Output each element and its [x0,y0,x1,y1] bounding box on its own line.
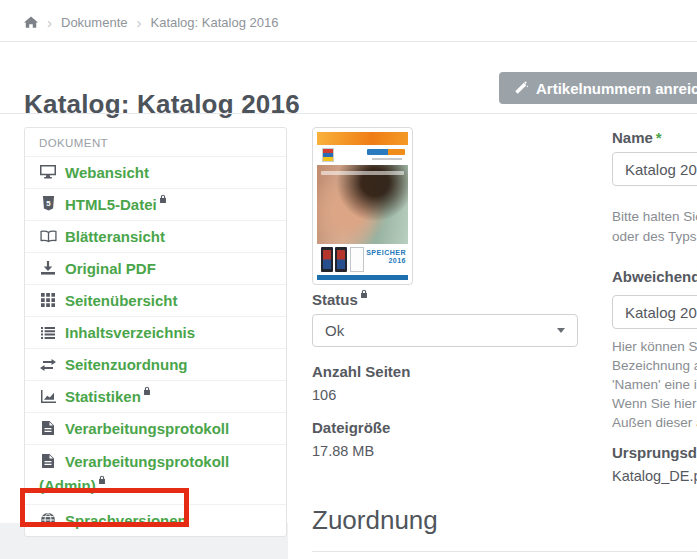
cover-title: SPEICHER 2016 [366,249,406,265]
zuordnung-section-title: Zuordnung [312,505,438,536]
sidebar-item-original-pdf[interactable]: Original PDF [25,252,286,284]
catalog-cover-image: SPEICHER 2016 [317,132,408,280]
sidebar-item-label: HTML5-Datei [65,196,157,213]
pages-count-label: Anzahl Seiten [312,363,410,380]
product-box [335,247,347,272]
sidebar-item-blaetteransicht[interactable]: Blätteransicht [25,220,286,252]
breadcrumb-separator: › [136,16,141,29]
sidebar-item-inhaltsverzeichnis[interactable]: Inhaltsverzeichnis [25,316,286,348]
status-select[interactable]: Ok [312,314,578,347]
document-thumbnail[interactable]: SPEICHER 2016 [312,127,413,285]
breadcrumb-current: Katalog: Katalog 2016 [150,15,278,30]
cover-orange-bar [317,132,408,145]
breadcrumb-separator: › [47,16,52,29]
sidebar-item-label: Verarbeitungsprotokoll [65,420,229,437]
sidebar-item-label: Original PDF [65,260,156,277]
sidebar-item-label: Blätteransicht [65,228,165,245]
sidebar-item-label: Seitenübersicht [65,292,178,309]
html5-icon: 5 [39,196,57,211]
sidebar-header: DOKUMENT [25,128,286,156]
filesize-value: 17.88 MB [312,443,374,459]
cover-banner-subline [372,158,402,160]
grid-icon [39,293,57,307]
book-open-icon [39,230,57,243]
file-text-icon [39,454,57,468]
area-chart-icon [39,390,57,403]
required-asterisk: * [656,129,662,146]
header-divider [0,41,697,42]
sidebar-item-label: Verarbeitungsprotokoll (Admin) [39,453,229,494]
sidebar-item-verarbeitungsprotokoll-admin[interactable]: Verarbeitungsprotokoll (Admin) [25,444,286,504]
name-label: Name* [612,129,662,146]
lock-icon [98,475,106,485]
list-icon [39,327,57,339]
source-file-value: Katalog_DE.pdf [612,468,697,484]
sidebar-item-label: Statistiken [65,388,141,405]
file-text-icon [39,421,57,435]
sidebar-item-seitenuebersicht[interactable]: Seitenübersicht [25,284,286,316]
download-icon [39,261,57,275]
alternative-name-input[interactable] [612,295,697,329]
title-divider [0,113,697,114]
sidebar-item-seitenzuordnung[interactable]: Seitenzuordnung [25,348,286,380]
cover-banner [367,149,405,155]
pages-count-value: 106 [312,387,336,403]
cover-photo [317,165,408,244]
source-file-label: Ursprungsdatei [612,444,697,461]
cover-caption-bar [321,171,404,175]
sidebar-item-statistiken[interactable]: Statistiken [25,380,286,412]
enrich-article-numbers-button[interactable]: Artikelnummern anreichern [499,72,697,104]
breadcrumb: › Dokumente › Katalog: Katalog 2016 [24,15,278,30]
magic-wand-icon [513,81,528,96]
sidebar-item-label: Sprachversionen [65,512,187,529]
cover-logo [322,148,334,162]
name-help-text: Bitte halten Sie sic oder des Typs. [612,207,697,247]
alternative-name-label: Abweichender N [612,268,697,285]
document-sidebar: DOKUMENT Webansicht 5 HTML5-Datei Blätte… [24,127,287,537]
cover-products-band: SPEICHER 2016 [317,244,408,275]
svg-text:5: 5 [46,199,51,208]
home-icon[interactable] [24,16,38,29]
desktop-icon [39,165,57,179]
cover-header-band [317,145,408,165]
product-box [350,247,364,272]
page-title: Katalog: Katalog 2016 [24,89,300,120]
sidebar-item-html5-datei[interactable]: 5 HTML5-Datei [25,188,286,220]
sidebar-item-label: Webansicht [65,164,149,181]
alternative-name-help-text: Hier können Sie e Bezeichnung ang 'Namen… [612,337,697,432]
sidebar-item-label: Seitenzuordnung [65,356,188,373]
status-label: Status [312,291,368,308]
sidebar-item-verarbeitungsprotokoll[interactable]: Verarbeitungsprotokoll [25,412,286,444]
chevron-down-icon [557,328,565,333]
breadcrumb-dokumente[interactable]: Dokumente [61,15,127,30]
swap-arrows-icon [39,359,57,371]
name-input[interactable] [612,152,697,186]
lock-icon [143,386,151,396]
globe-icon [39,513,57,527]
product-box [321,247,333,272]
sidebar-item-sprachversionen[interactable]: Sprachversionen [25,504,286,536]
filesize-label: Dateigröße [312,419,390,436]
status-select-value: Ok [325,322,344,339]
sidebar-item-label: Inhaltsverzeichnis [65,324,195,341]
lock-icon [360,289,368,299]
zuordnung-divider [312,551,697,552]
sidebar-item-webansicht[interactable]: Webansicht [25,156,286,188]
cover-blue-bar [317,275,408,280]
lock-icon [159,194,167,204]
